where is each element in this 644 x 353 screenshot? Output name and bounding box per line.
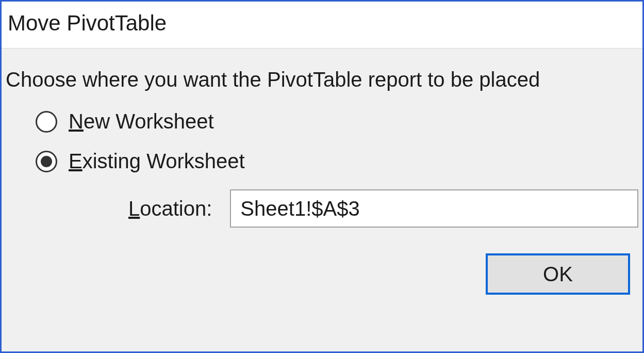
- radio-icon: [36, 111, 57, 133]
- radio-label-new-worksheet: New Worksheet: [69, 110, 214, 133]
- accelerator-letter: N: [69, 110, 84, 133]
- radio-existing-worksheet[interactable]: Existing Worksheet: [36, 150, 638, 173]
- accelerator-letter: L: [128, 197, 140, 220]
- location-input[interactable]: [230, 189, 638, 228]
- move-pivottable-dialog: Move PivotTable Choose where you want th…: [0, 0, 644, 353]
- dialog-button-row: OK: [6, 253, 638, 295]
- ok-button[interactable]: OK: [486, 253, 630, 295]
- radio-label-existing-worksheet: Existing Worksheet: [69, 150, 245, 173]
- accelerator-letter: E: [69, 150, 82, 172]
- dialog-title-area: Move PivotTable: [2, 2, 642, 48]
- radio-icon: [36, 151, 57, 172]
- placement-radio-group: New Worksheet Existing Worksheet Locatio…: [6, 110, 638, 228]
- radio-selected-dot: [41, 156, 52, 167]
- instruction-text: Choose where you want the PivotTable rep…: [6, 68, 638, 91]
- dialog-content: Choose where you want the PivotTable rep…: [2, 48, 642, 351]
- location-row: Location:: [36, 189, 638, 228]
- location-label: Location:: [128, 197, 212, 220]
- radio-new-worksheet[interactable]: New Worksheet: [36, 110, 638, 133]
- dialog-title: Move PivotTable: [8, 11, 636, 36]
